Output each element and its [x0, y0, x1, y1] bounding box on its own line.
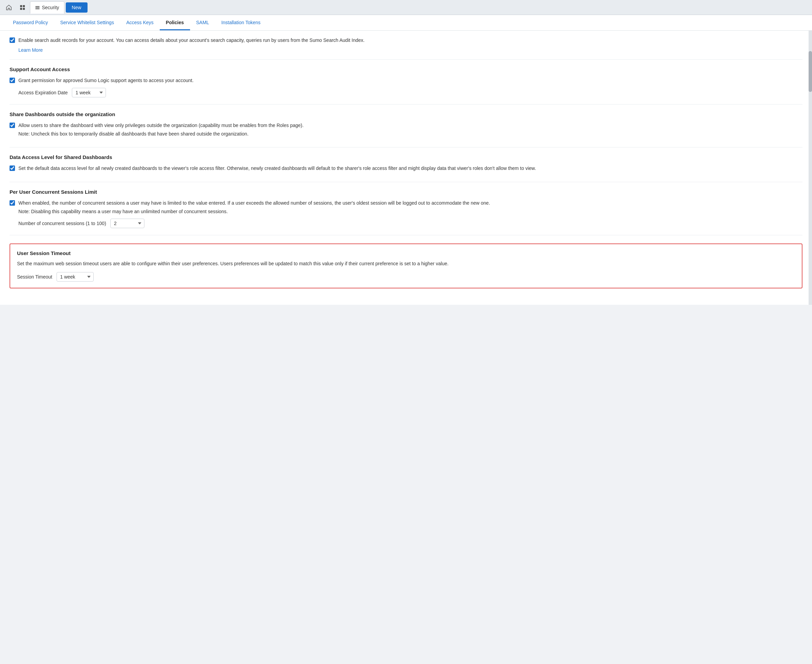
support-account-checkbox-row: Grant permission for approved Sumo Logic…: [10, 77, 802, 85]
main-wrapper: Password Policy Service Whitelist Settin…: [0, 15, 812, 664]
sub-nav: Password Policy Service Whitelist Settin…: [0, 15, 812, 31]
data-access-title: Data Access Level for Shared Dashboards: [10, 154, 802, 160]
support-account-access-section: Support Account Access Grant permission …: [10, 60, 802, 104]
share-dashboards-title: Share Dashboards outside the organizatio…: [10, 111, 802, 117]
session-timeout-label: Session Timeout: [17, 274, 52, 280]
concurrent-sessions-section: Per User Concurrent Sessions Limit When …: [10, 182, 802, 235]
concurrent-sessions-title: Per User Concurrent Sessions Limit: [10, 189, 802, 195]
learn-more-link[interactable]: Learn More: [18, 47, 43, 53]
data-access-checkbox-row: Set the default data access level for al…: [10, 165, 802, 172]
session-timeout-box: User Session Timeout Set the maximum web…: [10, 244, 802, 288]
support-account-description: Grant permission for approved Sumo Logic…: [18, 77, 194, 84]
access-expiration-label: Access Expiration Date: [18, 90, 68, 95]
security-tab[interactable]: Security: [30, 2, 64, 14]
svg-rect-4: [36, 6, 39, 7]
search-audit-checkbox[interactable]: [10, 37, 15, 43]
share-dashboards-note: Note: Uncheck this box to temporarily di…: [18, 130, 303, 138]
subnav-installation-tokens[interactable]: Installation Tokens: [215, 15, 267, 30]
concurrent-sessions-field-row: Number of concurrent sessions (1 to 100)…: [18, 219, 802, 228]
concurrent-sessions-text-block: When enabled, the number of concurrent s…: [18, 200, 490, 215]
home-icon[interactable]: [3, 2, 15, 14]
session-timeout-description: Set the maximum web session timeout user…: [17, 260, 795, 267]
share-dashboards-text-block: Allow users to share the dashboard with …: [18, 122, 303, 138]
scrollbar-track[interactable]: [809, 31, 812, 305]
subnav-policies[interactable]: Policies: [160, 15, 190, 30]
new-button[interactable]: New: [66, 2, 88, 13]
concurrent-sessions-select[interactable]: 1 2 3 4 5 10: [110, 219, 144, 228]
session-timeout-select[interactable]: 30 minutes 1 hour 6 hours 12 hours 1 day…: [57, 272, 94, 282]
content-panel: Enable search audit records for your acc…: [0, 31, 812, 305]
share-dashboards-description: Allow users to share the dashboard with …: [18, 122, 303, 129]
session-timeout-title: User Session Timeout: [17, 250, 795, 256]
concurrent-sessions-checkbox-row: When enabled, the number of concurrent s…: [10, 200, 802, 215]
access-expiration-field-row: Access Expiration Date 1 week 2 weeks 1 …: [18, 88, 802, 98]
concurrent-sessions-label: Number of concurrent sessions (1 to 100): [18, 221, 106, 226]
svg-rect-6: [36, 8, 39, 9]
search-audit-section: Enable search audit records for your acc…: [10, 37, 802, 60]
support-account-title: Support Account Access: [10, 67, 802, 72]
subnav-access-keys[interactable]: Access Keys: [120, 15, 160, 30]
svg-rect-1: [23, 5, 25, 7]
subnav-password-policy[interactable]: Password Policy: [7, 15, 54, 30]
concurrent-sessions-description: When enabled, the number of concurrent s…: [18, 200, 490, 207]
share-dashboards-checkbox-row: Allow users to share the dashboard with …: [10, 122, 802, 138]
top-bar: Security New: [0, 0, 812, 15]
svg-rect-0: [20, 5, 22, 7]
data-access-checkbox[interactable]: [10, 166, 15, 171]
svg-rect-5: [36, 7, 39, 8]
subnav-service-whitelist[interactable]: Service Whitelist Settings: [54, 15, 120, 30]
share-dashboards-section: Share Dashboards outside the organizatio…: [10, 104, 802, 147]
subnav-saml[interactable]: SAML: [190, 15, 215, 30]
svg-rect-2: [20, 8, 22, 10]
support-account-checkbox[interactable]: [10, 78, 15, 83]
share-dashboards-checkbox[interactable]: [10, 122, 15, 128]
search-audit-description: Enable search audit records for your acc…: [18, 37, 364, 44]
scrollbar-thumb[interactable]: [809, 51, 812, 92]
grid-icon[interactable]: [16, 2, 29, 14]
svg-rect-3: [23, 8, 25, 10]
user-session-timeout-section: User Session Timeout Set the maximum web…: [10, 235, 802, 295]
concurrent-sessions-note: Note: Disabling this capability means a …: [18, 208, 490, 215]
access-expiration-select[interactable]: 1 week 2 weeks 1 month Never: [72, 88, 106, 98]
search-audit-checkbox-wrap: [10, 37, 15, 44]
session-timeout-field-row: Session Timeout 30 minutes 1 hour 6 hour…: [17, 272, 795, 282]
content-wrapper: Enable search audit records for your acc…: [0, 31, 812, 305]
concurrent-sessions-checkbox[interactable]: [10, 200, 15, 206]
data-access-description: Set the default data access level for al…: [18, 165, 536, 172]
data-access-section: Data Access Level for Shared Dashboards …: [10, 147, 802, 182]
search-audit-checkbox-row: Enable search audit records for your acc…: [10, 37, 802, 44]
